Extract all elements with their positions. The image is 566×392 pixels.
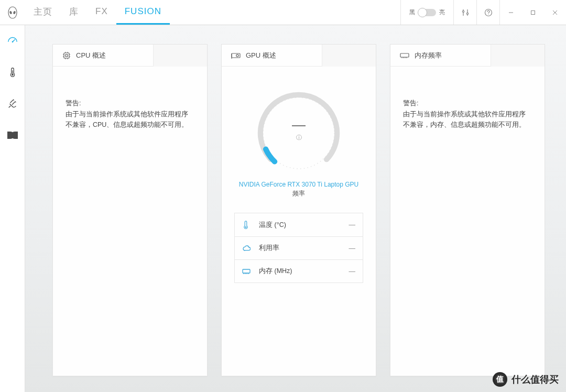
panel-memory-header: 内存频率 [390,45,545,67]
thermometer-icon [242,220,254,230]
panel-cpu-header: CPU 概述 [53,45,207,67]
panel-memory-tab-spacer [491,45,545,67]
panel-cpu-body: 警告: 由于与当前操作系统或其他软件应用程序不兼容，CPU、信息或超频功能不可用… [53,67,207,376]
gpu-subtitle: 频率 [292,189,305,198]
svg-point-7 [488,14,488,14]
svg-point-3 [462,10,464,12]
ram-icon [400,52,409,59]
gpu-card-icon [231,52,241,59]
alienware-logo-icon [0,0,25,25]
sidebar-item-audio[interactable] [0,127,25,144]
svg-point-1 [13,10,16,14]
gauge-icon [7,35,18,47]
memory-icon [242,268,254,275]
theme-light-label: 亮 [439,8,445,16]
svg-rect-33 [243,269,250,273]
panel-memory: 内存频率 警告: 由于与当前操作系统或其他软件应用程序不兼容，内存、信息或超频功… [390,44,545,376]
panel-cpu: CPU 概述 警告: 由于与当前操作系统或其他软件应用程序不兼容，CPU、信息或… [52,44,208,376]
cpu-warning-text: 由于与当前操作系统或其他软件应用程序不兼容，CPU、信息或超频功能不可用。 [66,109,194,130]
gpu-gauge: ⓘ NVIDIA GeForce RTX 3070 Ti Laptop GPU … [234,89,363,198]
window-minimize-button[interactable] [500,0,522,25]
nav-library[interactable]: 库 [61,0,87,25]
panel-memory-title: 内存频率 [415,51,442,60]
top-nav: 主页 库 FX FUSION [25,0,170,25]
panel-gpu-title: GPU 概述 [246,51,276,60]
gpu-stat-memory-label: 内存 (MHz) [259,267,292,276]
sidebar [0,25,25,392]
sidebar-item-thermal[interactable] [0,64,25,81]
gpu-stat-temperature-label: 温度 (°C) [259,221,286,230]
help-icon[interactable] [476,0,499,25]
panel-memory-body: 警告: 由于与当前操作系统或其他软件应用程序不兼容，内存、信息或超频功能不可用。 [390,67,545,376]
power-plug-icon [7,98,18,110]
theme-toggle-group: 黑 亮 [400,0,453,25]
gpu-stat-utilization-label: 利用率 [259,244,279,253]
panel-gpu-header: GPU 概述 [222,45,376,67]
titlebar: 主页 库 FX FUSION 黑 亮 [0,0,566,25]
sidebar-item-power[interactable] [0,95,25,112]
titlebar-right: 黑 亮 [400,0,566,25]
panel-gpu: GPU 概述 ⓘ N [221,44,376,376]
window-controls [499,0,566,25]
nav-home[interactable]: 主页 [25,0,61,25]
app-body: CPU 概述 警告: 由于与当前操作系统或其他软件应用程序不兼容，CPU、信息或… [0,25,566,392]
svg-rect-18 [64,53,69,58]
gpu-stat-list: 温度 (°C) — 利用率 — 内存 (MHz) [234,213,363,283]
memory-warning-label: 警告: [403,99,532,108]
window-maximize-button[interactable] [522,0,544,25]
info-icon[interactable]: ⓘ [296,134,302,141]
sidebar-item-overview[interactable] [0,32,25,49]
svg-rect-19 [66,55,68,57]
svg-point-0 [9,10,13,14]
watermark: 值 什么值得买 [493,372,559,387]
main-content: CPU 概述 警告: 由于与当前操作系统或其他软件应用程序不兼容，CPU、信息或… [25,25,566,392]
watermark-text: 什么值得买 [511,373,559,386]
svg-rect-9 [531,10,535,14]
gpu-stat-temperature: 温度 (°C) — [235,213,363,236]
gpu-gauge-value [292,125,306,126]
settings-sliders-icon[interactable] [453,0,476,25]
svg-point-5 [466,13,468,14]
svg-point-32 [245,226,247,228]
watermark-badge: 值 [493,372,507,387]
nav-fusion[interactable]: FUSION [116,0,170,25]
memory-warning-text: 由于与当前操作系统或其他软件应用程序不兼容，内存、信息或超频功能不可用。 [403,109,532,130]
theme-toggle[interactable] [418,9,436,16]
gpu-stat-memory: 内存 (MHz) — [235,259,363,282]
gpu-stat-utilization-value: — [349,245,356,252]
cloud-icon [242,245,254,252]
gpu-stat-memory-value: — [349,268,356,275]
gpu-stat-utilization: 利用率 — [235,236,363,259]
window-close-button[interactable] [544,0,566,25]
svg-rect-38 [400,53,409,57]
panel-gpu-body: ⓘ NVIDIA GeForce RTX 3070 Ti Laptop GPU … [222,67,376,376]
dolby-icon [7,132,18,139]
thermometer-icon [7,67,18,78]
gpu-device-name: NVIDIA GeForce RTX 3070 Ti Laptop GPU [239,181,359,188]
gpu-stat-temperature-value: — [349,221,356,228]
svg-point-29 [236,54,238,56]
panel-gpu-tab-spacer [322,45,376,67]
panel-cpu-title: CPU 概述 [76,51,106,60]
theme-dark-label: 黑 [409,8,415,16]
cpu-warning-label: 警告: [66,99,194,108]
panel-cpu-tab-spacer [153,45,207,67]
svg-line-13 [13,39,15,42]
nav-fx[interactable]: FX [87,0,116,25]
cpu-chip-icon [62,51,71,60]
